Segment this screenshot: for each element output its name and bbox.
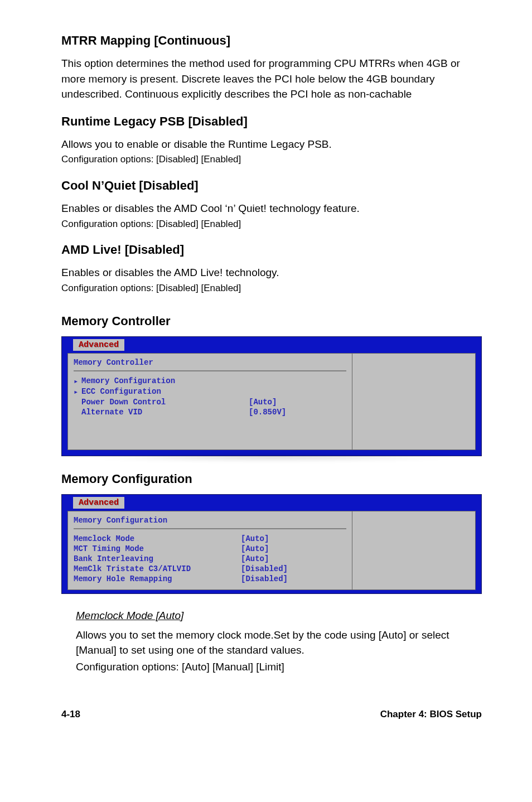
bios-row[interactable]: ▸ Memory Configuration <box>74 376 346 386</box>
bios-row-value: [Disabled] <box>241 564 346 573</box>
bios-row-label: Bank Interleaving <box>74 554 241 563</box>
submenu-arrow-icon: ▸ <box>74 376 81 386</box>
bios-panel-memory-controller: Advanced Memory Controller ▸ Memory Conf… <box>61 336 482 456</box>
bios-row-label: Power Down Control <box>81 398 249 407</box>
bios-row-value: [Auto] <box>241 544 346 553</box>
bios-help-pane <box>352 511 475 590</box>
bios-row-value <box>249 376 346 386</box>
bios-panel-title: Memory Configuration <box>74 515 346 527</box>
bios-row[interactable]: MCT Timing Mode [Auto] <box>74 544 346 554</box>
text-runtime-legacy-psb: Allows you to enable or disable the Runt… <box>61 137 482 152</box>
bios-row-label: MCT Timing Mode <box>74 544 241 553</box>
bios-panel-title: Memory Controller <box>74 357 346 369</box>
bios-row-value: [Auto] <box>241 534 346 543</box>
bios-tab-advanced[interactable]: Advanced <box>73 497 124 509</box>
config-options-runtime-legacy-psb: Configuration options: [Disabled] [Enabl… <box>61 153 482 166</box>
bios-row-label: Memory Hole Remapping <box>74 574 241 583</box>
text-amd-live: Enables or disables the AMD Live! techno… <box>61 265 482 281</box>
heading-cool-n-quiet: Cool N’Quiet [Disabled] <box>61 178 482 193</box>
bios-row[interactable]: ▸ ECC Configuration <box>74 386 346 397</box>
bios-row-value: [Disabled] <box>241 574 346 583</box>
bios-row[interactable]: Memory Hole Remapping [Disabled] <box>74 574 346 584</box>
heading-mtrr-mapping: MTRR Mapping [Continuous] <box>61 33 482 48</box>
bios-tabbar: Advanced <box>62 495 481 509</box>
page-number: 4-18 <box>61 709 80 720</box>
bios-row-value: [Auto] <box>241 554 346 563</box>
bios-row-label: Memclock Mode <box>74 534 241 543</box>
config-options-cool-n-quiet: Configuration options: [Disabled] [Enabl… <box>61 218 482 231</box>
chapter-title: Chapter 4: BIOS Setup <box>380 709 482 720</box>
bios-row[interactable]: Memclock Mode [Auto] <box>74 534 346 544</box>
divider <box>74 370 346 371</box>
divider <box>74 528 346 529</box>
bios-row-value <box>249 387 346 397</box>
config-options-amd-live: Configuration options: [Disabled] [Enabl… <box>61 282 482 295</box>
bios-row-value: [Auto] <box>249 398 346 407</box>
bios-row-value: [0.850V] <box>249 408 346 417</box>
heading-runtime-legacy-psb: Runtime Legacy PSB [Disabled] <box>61 114 482 129</box>
subheading-memclock-mode: Memclock Mode [Auto] <box>76 610 482 622</box>
bios-tabbar: Advanced <box>62 337 481 351</box>
bios-tab-advanced[interactable]: Advanced <box>73 339 124 351</box>
text-mtrr-mapping: This option determines the method used f… <box>61 56 482 102</box>
bios-row-label: Alternate VID <box>81 408 249 417</box>
heading-memory-controller: Memory Controller <box>61 314 482 328</box>
text-memclock-mode: Allows you to set the memory clock mode.… <box>76 627 482 658</box>
bios-row[interactable]: Power Down Control [Auto] <box>74 397 346 407</box>
bios-row[interactable]: MemClk Tristate C3/ATLVID [Disabled] <box>74 564 346 574</box>
bios-help-pane <box>352 354 475 450</box>
heading-memory-configuration: Memory Configuration <box>61 472 482 486</box>
bios-row-label: Memory Configuration <box>81 376 249 386</box>
config-options-memclock-mode: Configuration options: [Auto] [Manual] [… <box>76 659 482 675</box>
bios-row[interactable]: Bank Interleaving [Auto] <box>74 554 346 564</box>
bios-panel-memory-configuration: Advanced Memory Configuration Memclock M… <box>61 494 482 594</box>
bios-row-label: ECC Configuration <box>81 387 249 397</box>
heading-amd-live: AMD Live! [Disabled] <box>61 243 482 257</box>
submenu-arrow-icon: ▸ <box>74 387 81 397</box>
bios-row-label: MemClk Tristate C3/ATLVID <box>74 564 241 573</box>
bios-row[interactable]: Alternate VID [0.850V] <box>74 407 346 417</box>
text-cool-n-quiet: Enables or disables the AMD Cool ‘n’ Qui… <box>61 201 482 216</box>
